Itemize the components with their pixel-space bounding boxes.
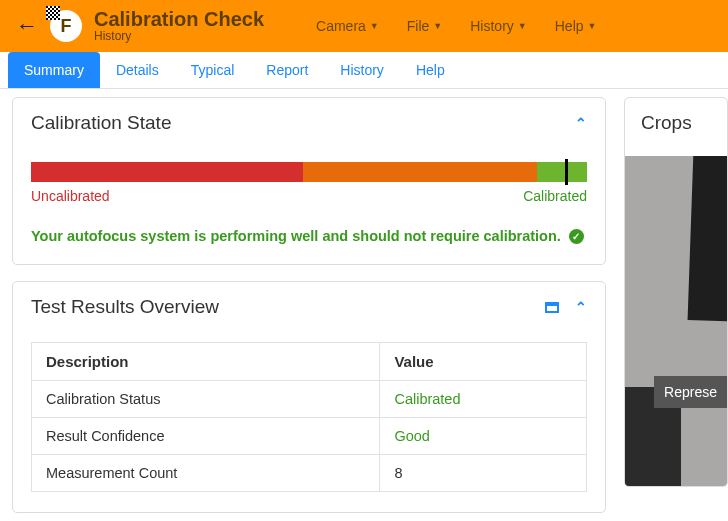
- meter-segment-red: [31, 162, 303, 182]
- tab-help[interactable]: Help: [400, 52, 461, 88]
- subnav: Summary Details Typical Report History H…: [0, 52, 728, 89]
- col-description: Description: [32, 343, 380, 381]
- status-message-row: Your autofocus system is performing well…: [13, 210, 605, 264]
- back-button[interactable]: ←: [16, 13, 38, 39]
- cell-value: Good: [380, 418, 587, 455]
- collapse-icon[interactable]: ⌃: [575, 115, 587, 131]
- page-title: Calibration Check: [94, 8, 264, 30]
- top-menus: Camera ▼ File ▼ History ▼ Help ▼: [316, 18, 596, 34]
- table-header-row: Description Value: [32, 343, 587, 381]
- caret-down-icon: ▼: [518, 21, 527, 31]
- table-row: Result Confidence Good: [32, 418, 587, 455]
- panel-title: Crops: [625, 98, 727, 148]
- main-column: Calibration State ⌃ Uncalibrated Calibra…: [12, 97, 606, 521]
- panel-header: Test Results Overview ⌃: [13, 282, 605, 330]
- meter-indicator: [565, 159, 568, 185]
- menu-label: Help: [555, 18, 584, 34]
- crop-region: [688, 156, 727, 322]
- crop-image: Represe: [625, 156, 727, 486]
- panel-title: Test Results Overview: [31, 296, 219, 318]
- status-message: Your autofocus system is performing well…: [31, 228, 561, 244]
- tab-details[interactable]: Details: [100, 52, 175, 88]
- table-row: Calibration Status Calibrated: [32, 381, 587, 418]
- calibration-meter: Uncalibrated Calibrated: [13, 146, 605, 210]
- tab-typical[interactable]: Typical: [175, 52, 251, 88]
- side-column: Crops Represe: [624, 97, 728, 521]
- menu-help[interactable]: Help ▼: [555, 18, 597, 34]
- menu-label: File: [407, 18, 430, 34]
- menu-history[interactable]: History ▼: [470, 18, 526, 34]
- menu-file[interactable]: File ▼: [407, 18, 442, 34]
- representative-button[interactable]: Represe: [654, 376, 727, 408]
- label-uncalibrated: Uncalibrated: [31, 188, 110, 204]
- meter-segment-orange: [303, 162, 537, 182]
- tab-history[interactable]: History: [324, 52, 400, 88]
- test-results-panel: Test Results Overview ⌃ Description Valu…: [12, 281, 606, 513]
- check-circle-icon: ✓: [569, 229, 584, 244]
- caret-down-icon: ▼: [433, 21, 442, 31]
- topbar: ← F Calibration Check History Camera ▼ F…: [0, 0, 728, 52]
- title-block: Calibration Check History: [94, 8, 264, 43]
- cell-desc: Measurement Count: [32, 455, 380, 492]
- cell-desc: Result Confidence: [32, 418, 380, 455]
- cell-value: Calibrated: [380, 381, 587, 418]
- table-row: Measurement Count 8: [32, 455, 587, 492]
- crops-panel: Crops Represe: [624, 97, 728, 487]
- menu-label: Camera: [316, 18, 366, 34]
- cell-value: 8: [380, 455, 587, 492]
- calibration-state-panel: Calibration State ⌃ Uncalibrated Calibra…: [12, 97, 606, 265]
- panel-header: Calibration State ⌃: [13, 98, 605, 146]
- app-logo: F: [50, 10, 82, 42]
- meter-bar: [31, 162, 587, 182]
- tab-report[interactable]: Report: [250, 52, 324, 88]
- tab-summary[interactable]: Summary: [8, 52, 100, 88]
- page-subtitle: History: [94, 30, 264, 43]
- collapse-icon[interactable]: ⌃: [575, 299, 587, 315]
- caret-down-icon: ▼: [370, 21, 379, 31]
- panel-body: Description Value Calibration Status Cal…: [13, 330, 605, 512]
- results-table: Description Value Calibration Status Cal…: [31, 342, 587, 492]
- popout-icon[interactable]: [545, 302, 559, 313]
- meter-segment-green: [537, 162, 587, 182]
- col-value: Value: [380, 343, 587, 381]
- panel-title: Calibration State: [31, 112, 171, 134]
- label-calibrated: Calibrated: [523, 188, 587, 204]
- cell-desc: Calibration Status: [32, 381, 380, 418]
- meter-labels: Uncalibrated Calibrated: [31, 188, 587, 204]
- caret-down-icon: ▼: [588, 21, 597, 31]
- body: Calibration State ⌃ Uncalibrated Calibra…: [0, 89, 728, 521]
- menu-camera[interactable]: Camera ▼: [316, 18, 379, 34]
- menu-label: History: [470, 18, 514, 34]
